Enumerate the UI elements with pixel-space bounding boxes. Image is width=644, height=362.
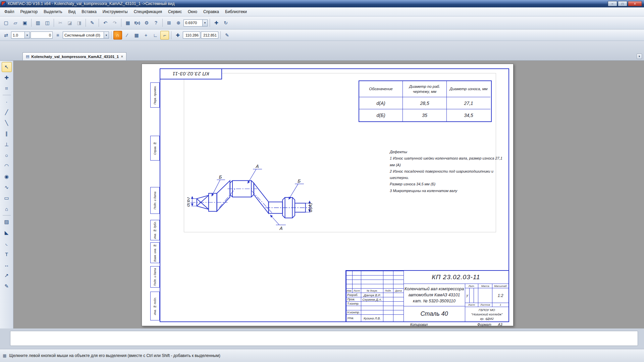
angle-snap-icon[interactable]: ∕ xyxy=(123,31,131,40)
undo-icon[interactable]: ↶ xyxy=(101,18,110,27)
format-label: ФорматА3 xyxy=(477,322,502,326)
paste-icon[interactable]: ◨ xyxy=(75,18,84,27)
zoom-by-frame-icon[interactable]: ⊞ xyxy=(165,18,173,27)
segment-tool[interactable]: ╲ xyxy=(2,118,12,128)
print-preview-icon[interactable]: ◫ xyxy=(43,18,52,27)
menu-select[interactable]: Выделить xyxy=(41,7,65,16)
pen-style-icon[interactable]: ✎ xyxy=(223,31,231,40)
angle-field[interactable]: 0 xyxy=(31,32,53,39)
menu-service[interactable]: Сервис xyxy=(165,7,185,16)
layer-value: Системный слой (0) xyxy=(63,33,104,37)
menu-window[interactable]: Окно xyxy=(185,7,200,16)
menu-view[interactable]: Вид xyxy=(65,7,79,16)
coord-y-field[interactable]: 212.851 xyxy=(201,32,218,39)
menu-editor[interactable]: Редактор xyxy=(17,7,41,16)
note-line: 1 Износ шатунной шейки коленчатого вала,… xyxy=(390,155,504,168)
polygon-tool[interactable]: ⌂ xyxy=(2,204,12,214)
tb-row-label: Утв. xyxy=(346,315,361,322)
tb-header-cell: Подп. xyxy=(383,289,393,293)
zoom-in-icon[interactable]: ⊕ xyxy=(174,18,183,27)
dimension-tool[interactable]: ↔ xyxy=(2,260,12,270)
section-label-b: Б xyxy=(297,179,301,184)
edit-tool[interactable]: ✎ xyxy=(2,281,12,291)
scale-label: Масштаб xyxy=(492,284,508,288)
measure-tool[interactable]: ⌗ xyxy=(2,83,12,94)
chevron-down-icon[interactable]: ▾ xyxy=(104,32,109,38)
layers-icon[interactable]: ≡ xyxy=(53,31,62,40)
spreadsheet-view-icon[interactable]: ▦ xyxy=(123,18,132,27)
open-document-icon[interactable]: ▱ xyxy=(11,18,20,27)
variables-icon[interactable]: f(x) xyxy=(133,18,142,27)
fillet-tool[interactable]: ◟ xyxy=(2,238,12,248)
refresh-image-icon[interactable]: ↻ xyxy=(221,18,230,27)
maximize-button[interactable]: □ xyxy=(618,1,627,6)
text-tool[interactable]: T xyxy=(2,249,12,259)
line-width-combo[interactable]: 1.0 ▾ xyxy=(11,32,30,39)
hatch-tool[interactable]: ▨ xyxy=(2,217,12,227)
copy-icon[interactable]: ◪ xyxy=(65,18,74,27)
tab-close-icon[interactable]: × xyxy=(121,54,123,59)
chevron-down-icon[interactable]: ▾ xyxy=(202,20,207,26)
arc-tool[interactable]: ◠ xyxy=(2,161,12,171)
zoom-combo[interactable]: 0.6970 ▾ xyxy=(183,19,208,26)
pan-icon[interactable]: ✚ xyxy=(212,18,221,27)
leader-tool[interactable]: ↗ xyxy=(2,270,12,281)
cut-icon[interactable]: ✂ xyxy=(56,18,65,27)
copy-properties-icon[interactable]: ✎ xyxy=(88,18,97,27)
pan-tool[interactable]: ✚ xyxy=(2,73,12,83)
context-help-icon[interactable]: ? xyxy=(152,18,160,27)
point-tool[interactable]: ∙ xyxy=(2,97,12,107)
save-document-icon[interactable]: ▣ xyxy=(20,18,29,27)
select-tool[interactable]: ↖ xyxy=(2,62,12,72)
wear-table-cell: 35 xyxy=(403,109,447,121)
menu-insert[interactable]: Вставка xyxy=(78,7,100,16)
wear-table: Обозначение Диаметр по раб. чертежу, мм … xyxy=(359,80,492,122)
local-cs-icon[interactable]: + xyxy=(142,31,150,40)
menu-file[interactable]: Файл xyxy=(1,7,17,16)
chevron-down-icon[interactable]: ▾ xyxy=(24,32,30,38)
tb-row-value xyxy=(361,310,383,315)
library-manager-icon[interactable]: ⚙ xyxy=(142,18,151,27)
menu-specification[interactable]: Спецификация xyxy=(131,7,165,16)
crankshaft-drawing: Б А Б А d(Б) d(А) xyxy=(187,163,313,232)
grid-toggle-icon[interactable]: ▦ xyxy=(132,31,141,40)
ellipse-tool[interactable]: ◉ xyxy=(2,172,12,182)
drawing-sheet[interactable]: КП 23.02.03-11 Перв. примен. Справ. № По… xyxy=(142,64,514,326)
corner-stamp: КП 23.02.03-11 xyxy=(160,68,222,79)
new-document-icon[interactable]: ▢ xyxy=(2,18,10,27)
menu-help[interactable]: Справка xyxy=(200,7,222,16)
dimension-label-db: d(Б) xyxy=(187,197,191,207)
toolbar-separator xyxy=(171,31,171,39)
document-shift-icon[interactable]: ⇄ xyxy=(2,31,10,40)
menu-libraries[interactable]: Библиотеки xyxy=(222,7,250,16)
toolbar-separator xyxy=(121,19,121,27)
property-panel-content[interactable] xyxy=(10,331,638,346)
redo-icon[interactable]: ↷ xyxy=(110,18,119,27)
snap-magnet-icon[interactable]: ∩ xyxy=(113,31,122,40)
layer-combo[interactable]: Системный слой (0) ▾ xyxy=(63,32,109,39)
close-button[interactable]: × xyxy=(628,1,642,6)
tab-list-button[interactable]: ▾ xyxy=(637,54,642,59)
document-tab[interactable]: ▤ Kolenchaty_val_kompressora_KamAZ_43101… xyxy=(22,52,126,60)
parallel-line-tool[interactable]: ∥ xyxy=(2,129,12,139)
ortho-mode-icon[interactable]: ⌐ xyxy=(160,31,169,40)
chamfer-tool[interactable]: ◣ xyxy=(2,228,12,238)
tool-separator xyxy=(3,215,11,216)
print-icon[interactable]: ▥ xyxy=(34,18,42,27)
tb-row-label: Н.контр. xyxy=(346,310,361,315)
menu-tools[interactable]: Инструменты xyxy=(100,7,131,16)
perpendicular-tool[interactable]: ⊥ xyxy=(2,139,12,149)
drawing-canvas[interactable]: КП 23.02.03-11 Перв. примен. Справ. № По… xyxy=(13,61,644,328)
coord-x-field[interactable]: 110.286 xyxy=(183,32,200,39)
minimize-button[interactable]: − xyxy=(608,1,617,6)
tb-header-cell: Дата xyxy=(393,289,404,293)
circle-tool[interactable]: ○ xyxy=(2,150,12,160)
copied-label: Копировал xyxy=(410,322,428,326)
toolbar-separator xyxy=(99,19,99,27)
spline-tool[interactable]: ∿ xyxy=(2,182,12,192)
rounding-mode-icon[interactable]: ∟ xyxy=(151,31,160,40)
window-title: КОМПАС-3D V16.1 x64 - Kolenchaty_val_kom… xyxy=(8,1,606,6)
side-label: Подп. и дата xyxy=(150,266,160,288)
aux-line-tool[interactable]: ╱ xyxy=(2,107,12,117)
rectangle-tool[interactable]: ▭ xyxy=(2,193,12,203)
